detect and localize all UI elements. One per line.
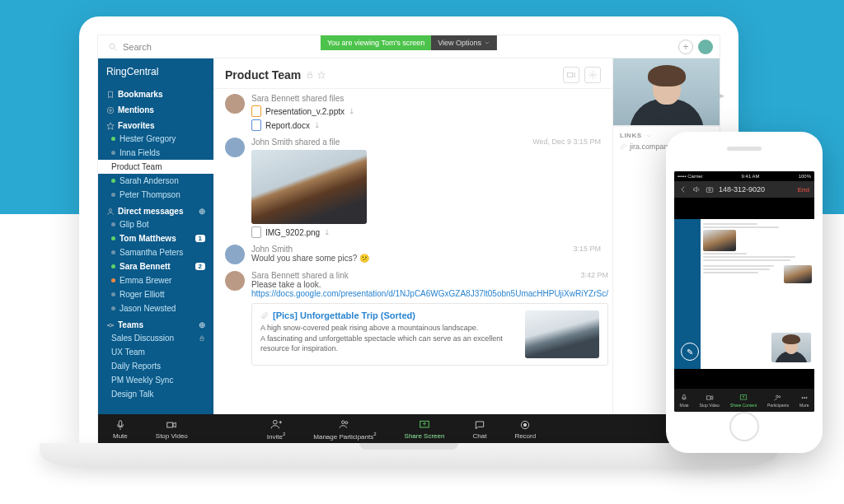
image-icon	[251, 226, 261, 238]
link[interactable]: https://docs.google.com/presentation/d/1…	[251, 289, 608, 298]
view-options-button[interactable]: View Options	[431, 35, 497, 50]
chevron-left-icon[interactable]	[679, 185, 687, 194]
sidebar-item[interactable]: Emma Brewer	[98, 273, 213, 287]
svg-point-33	[802, 397, 803, 398]
svg-marker-13	[573, 73, 575, 77]
share-screen-button[interactable]: Share Screen	[405, 419, 445, 440]
svg-rect-27	[683, 394, 686, 399]
sidebar-item[interactable]: Daily Reports	[98, 359, 213, 373]
svg-point-3	[110, 109, 112, 111]
chat-button[interactable]: Chat	[472, 419, 486, 440]
svg-marker-17	[173, 422, 176, 427]
settings-button[interactable]	[584, 67, 601, 83]
lock-icon	[306, 71, 314, 79]
svg-marker-29	[710, 395, 713, 399]
sidebar-item[interactable]: Roger Elliott	[98, 287, 213, 301]
end-call-button[interactable]: End	[798, 186, 809, 194]
invite-button[interactable]: Invite2	[267, 418, 285, 441]
svg-point-0	[110, 44, 115, 49]
mute-button[interactable]: Mute	[113, 419, 128, 440]
message-title: Sara Bennett shared a link	[251, 271, 349, 280]
record-button[interactable]: Record	[514, 419, 536, 440]
presence-dot	[111, 278, 115, 282]
presence-dot	[111, 264, 115, 268]
chevron-down-icon	[484, 40, 490, 46]
sidebar-item[interactable]: PM Weekly Sync	[98, 373, 213, 387]
phone-participants-button[interactable]: Participants	[767, 394, 789, 408]
profile-avatar[interactable]	[698, 40, 713, 54]
download-icon[interactable]: ⤓	[349, 107, 355, 115]
svg-point-23	[524, 423, 528, 427]
phone-mute-button[interactable]: Mute	[679, 394, 688, 408]
phone-call-bar: 148-312-9020 End	[674, 181, 814, 198]
camera-icon[interactable]	[706, 185, 714, 194]
phone-stop-video-button[interactable]: Stop Video	[700, 394, 720, 408]
svg-rect-15	[119, 420, 122, 426]
phone-toolbar: Mute Stop Video Share Content Participan…	[674, 389, 814, 412]
presence-dot	[111, 222, 115, 226]
sidebar-mentions[interactable]: Mentions	[98, 100, 213, 116]
svg-rect-10	[308, 75, 312, 78]
sidebar-item[interactable]: Tom Matthews1	[98, 231, 213, 245]
sidebar-item[interactable]: Sales Discussion	[98, 331, 213, 345]
download-icon[interactable]: ⤓	[314, 121, 321, 129]
sidebar-item[interactable]: Inna Fields	[98, 146, 213, 160]
phone-status-bar: ••••• Carrier 9:41 AM 100%	[674, 171, 814, 181]
presence-dot	[111, 137, 115, 141]
phone-share-button[interactable]: Share Content	[730, 394, 757, 408]
image-attachment[interactable]	[251, 150, 367, 224]
file-attachment[interactable]: IMG_9202.png⤓	[251, 226, 601, 238]
sidebar-item[interactable]: Design Talk	[98, 387, 213, 401]
avatar[interactable]	[225, 94, 245, 114]
stop-video-button[interactable]: Stop Video	[156, 419, 188, 440]
avatar[interactable]	[225, 271, 245, 291]
message: John Smith shared a fileWed, Dec 9 3:15 …	[225, 138, 601, 238]
sidebar-item[interactable]: Sarah Anderson	[98, 174, 213, 188]
star-icon[interactable]	[317, 71, 326, 79]
message-text: Would you share some pics? 😕	[251, 254, 601, 263]
video-button[interactable]	[563, 67, 579, 83]
file-attachment[interactable]: Presentation_v.2.pptx⤓	[251, 105, 601, 117]
avatar[interactable]	[225, 138, 245, 157]
sidebar-item[interactable]: Jason Newsted	[98, 301, 213, 315]
sidebar-item[interactable]: Hester Gregory	[98, 132, 213, 146]
sidebar-item[interactable]: Glip Bot	[98, 217, 213, 231]
phone-video-strip: ✎	[674, 369, 814, 389]
svg-point-18	[274, 420, 278, 424]
add-icon[interactable]: ⊕	[199, 207, 205, 216]
expand-icon[interactable]: ▶	[719, 91, 724, 100]
avatar[interactable]	[225, 245, 245, 264]
svg-point-8	[112, 324, 114, 326]
sidebar-favorites-header[interactable]: Favorites	[98, 116, 213, 132]
annotate-button[interactable]: ✎	[681, 343, 699, 361]
speaker-icon[interactable]	[692, 185, 701, 194]
sidebar-item[interactable]: Sara Bennett2	[98, 259, 213, 273]
video-participant[interactable]	[613, 58, 720, 126]
svg-point-26	[709, 189, 711, 191]
presence-dot	[111, 151, 115, 155]
message-text: Please take a look.	[251, 280, 608, 289]
svg-point-20	[345, 421, 348, 423]
top-bar: Search You are viewing Tom's screen View…	[98, 35, 720, 58]
sidebar-item-active[interactable]: Product Team	[98, 160, 213, 174]
link-icon	[620, 143, 626, 150]
sidebar-bookmarks[interactable]: Bookmarks	[98, 85, 213, 100]
svg-point-35	[806, 397, 807, 398]
bookmark-icon	[106, 91, 115, 99]
add-icon[interactable]: ⊕	[199, 320, 205, 329]
sidebar-teams-header[interactable]: Teams ⊕	[98, 315, 213, 331]
svg-point-32	[779, 395, 781, 397]
sidebar-item[interactable]: Peter Thompson	[98, 188, 213, 202]
sidebar-item[interactable]: UX Team	[98, 345, 213, 359]
download-icon[interactable]: ⤓	[324, 228, 331, 236]
svg-rect-9	[200, 338, 204, 340]
phone-more-button[interactable]: More	[799, 394, 809, 408]
manage-participants-button[interactable]: Manage Participants2	[313, 418, 376, 441]
file-attachment[interactable]: Report.docx⤓	[251, 119, 601, 131]
add-button[interactable]: +	[678, 40, 693, 54]
doc-icon	[251, 119, 261, 131]
sidebar-item[interactable]: Samantha Peters	[98, 245, 213, 259]
link-preview-card[interactable]: [Pics] Unforgettable Trip (Sorted) A hig…	[251, 303, 608, 366]
sidebar-direct-header[interactable]: Direct messages ⊕	[98, 202, 213, 217]
self-video[interactable]	[771, 333, 811, 362]
